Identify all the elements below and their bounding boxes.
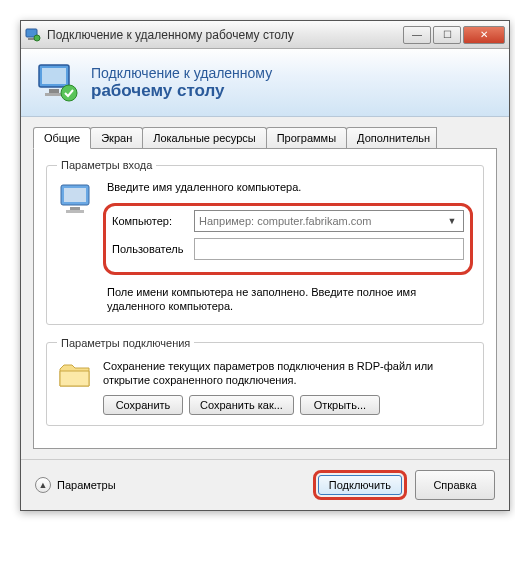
window-title: Подключение к удаленному рабочему столу (47, 28, 403, 42)
close-button[interactable]: ✕ (463, 26, 505, 44)
options-label: Параметры (57, 479, 116, 491)
help-button[interactable]: Справка (415, 470, 495, 500)
warning-text: Поле имени компьютера не заполнено. Введ… (107, 285, 473, 314)
svg-rect-6 (45, 93, 63, 96)
connection-settings-legend: Параметры подключения (57, 337, 194, 349)
save-button[interactable]: Сохранить (103, 395, 183, 415)
tab-programs[interactable]: Программы (266, 127, 347, 148)
save-as-button[interactable]: Сохранить как... (189, 395, 294, 415)
titlebar: Подключение к удаленному рабочему столу … (21, 21, 509, 49)
highlight-fields: Компьютер: ▼ Пользователь (103, 203, 473, 275)
highlight-connect: Подключить (313, 470, 407, 500)
options-toggle[interactable]: ▲ Параметры (35, 477, 313, 493)
connection-description: Сохранение текущих параметров подключени… (103, 359, 473, 388)
connect-button[interactable]: Подключить (318, 475, 402, 495)
svg-rect-5 (49, 89, 59, 93)
tab-panel-general: Параметры входа Введите имя удаленного к… (33, 148, 497, 449)
username-input[interactable] (194, 238, 464, 260)
footer: ▲ Параметры Подключить Справка (21, 459, 509, 510)
svg-rect-9 (64, 188, 86, 202)
tab-display[interactable]: Экран (90, 127, 143, 148)
computer-combobox[interactable]: ▼ (194, 210, 464, 232)
connection-settings-group: Параметры подключения Сохранение текущих… (46, 337, 484, 427)
svg-point-7 (61, 85, 77, 101)
banner-text: Подключение к удаленному рабочему столу (91, 65, 272, 101)
tabstrip: Общие Экран Локальные ресурсы Программы … (21, 117, 509, 148)
tab-advanced[interactable]: Дополнительн (346, 127, 437, 148)
tab-local-resources[interactable]: Локальные ресурсы (142, 127, 266, 148)
banner: Подключение к удаленному рабочему столу (21, 49, 509, 117)
open-button[interactable]: Открыть... (300, 395, 380, 415)
svg-rect-10 (70, 207, 80, 210)
maximize-button[interactable]: ☐ (433, 26, 461, 44)
folder-icon (57, 359, 93, 395)
svg-point-2 (34, 35, 40, 41)
chevron-down-icon[interactable]: ▼ (445, 216, 459, 226)
window-controls: — ☐ ✕ (403, 26, 505, 44)
computer-icon (57, 181, 97, 221)
svg-rect-11 (66, 210, 84, 213)
computer-input[interactable] (199, 215, 445, 227)
user-label: Пользователь (112, 243, 194, 255)
rdp-window: Подключение к удаленному рабочему столу … (20, 20, 510, 511)
svg-rect-4 (42, 68, 66, 84)
rdp-icon (35, 61, 79, 105)
login-legend: Параметры входа (57, 159, 156, 171)
app-icon (25, 27, 41, 43)
banner-line2: рабочему столу (91, 81, 272, 101)
login-instruction: Введите имя удаленного компьютера. (107, 181, 473, 193)
tab-general[interactable]: Общие (33, 127, 91, 149)
banner-line1: Подключение к удаленному (91, 65, 272, 81)
chevron-up-icon: ▲ (35, 477, 51, 493)
login-group: Параметры входа Введите имя удаленного к… (46, 159, 484, 325)
minimize-button[interactable]: — (403, 26, 431, 44)
computer-label: Компьютер: (112, 215, 194, 227)
